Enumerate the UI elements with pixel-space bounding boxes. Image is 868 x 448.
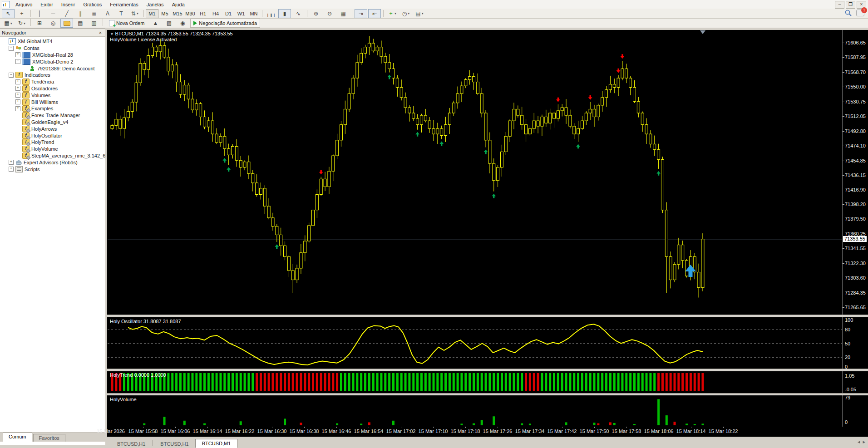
tree-item-osciladores[interactable]: +fOsciladores xyxy=(0,85,105,92)
nav-tab-comum[interactable]: Comum xyxy=(3,433,32,442)
market-watch-button[interactable]: ⊞ xyxy=(33,19,46,28)
line-chart-button[interactable]: ∿ xyxy=(292,9,305,18)
chart-shift-marker[interactable] xyxy=(700,30,705,34)
text-button[interactable]: A xyxy=(101,9,114,18)
nav-tab-favoritos[interactable]: Favoritos xyxy=(33,434,65,442)
equidistant-channel-button[interactable]: ∥ xyxy=(74,9,87,18)
notification-icon[interactable]: 1 xyxy=(856,10,864,16)
new-chart-button[interactable]: ▦▾ xyxy=(2,19,15,28)
expand-minus-icon[interactable]: − xyxy=(15,59,20,64)
timeframe-h4-button[interactable]: H4 xyxy=(209,9,222,18)
minimize-button[interactable]: – xyxy=(835,1,844,9)
tile-windows-button[interactable]: ▦ xyxy=(337,9,350,18)
main-chart-panel[interactable] xyxy=(107,30,868,315)
tree-item-examples[interactable]: +fExamples xyxy=(0,105,105,112)
templates-dropdown-icon[interactable]: ▾ xyxy=(422,11,424,15)
timeframe-h1-button[interactable]: H1 xyxy=(197,9,209,18)
menu-ajuda[interactable]: Ajuda xyxy=(168,1,189,8)
horizontal-line-button[interactable]: ─ xyxy=(47,9,59,18)
chart-tab-btcusd-m1[interactable]: BTCUSD,M1 xyxy=(195,439,238,448)
cursor-button[interactable]: ↖ xyxy=(2,9,15,18)
tree-item-bill-williams[interactable]: +fBill Williams xyxy=(0,98,105,105)
tab-scroll-right-icon[interactable]: ▸ xyxy=(863,439,865,445)
terminal-button[interactable]: ▤ xyxy=(74,19,87,28)
metaquotes-button[interactable]: ▨ xyxy=(163,19,175,28)
chart-title-collapse-icon[interactable]: ▼ xyxy=(110,32,115,36)
tree-item-contas[interactable]: −Contas xyxy=(0,45,105,52)
menu-inserir[interactable]: Inserir xyxy=(57,1,79,8)
expand-minus-icon[interactable]: − xyxy=(9,46,14,51)
autotrading-button[interactable]: Negociação Automatizada xyxy=(190,19,260,28)
chart-tab-btcusd-h1[interactable]: BTCUSD,H1 xyxy=(154,440,195,448)
panel-separator[interactable] xyxy=(107,315,868,317)
timeframe-w1-button[interactable]: W1 xyxy=(235,9,247,18)
arrows-tool-button[interactable]: ⇅▾ xyxy=(128,9,141,18)
menu-gráficos[interactable]: Gráficos xyxy=(79,1,106,8)
zoom-out-button[interactable]: ⊖ xyxy=(323,9,336,18)
tree-item-xmglobal-real-28[interactable]: +XMGlobal-Real 28 xyxy=(0,52,105,59)
candle-chart-button[interactable]: ▮ xyxy=(278,9,291,18)
menu-exibir[interactable]: Exibir xyxy=(36,1,57,8)
profiles-button[interactable]: ↻▾ xyxy=(15,19,28,28)
arrows-tool-dropdown-icon[interactable]: ▾ xyxy=(137,11,138,15)
menu-ferramentas[interactable]: Ferramentas xyxy=(106,1,142,8)
timeframe-m1-button[interactable]: M1 xyxy=(146,9,158,18)
chart-tab-btcusd-h1[interactable]: BTCUSD,H1 xyxy=(111,440,152,448)
expand-plus-icon[interactable]: + xyxy=(9,167,14,172)
expand-plus-icon[interactable]: + xyxy=(15,106,20,111)
profiles-dropdown-icon[interactable]: ▾ xyxy=(24,21,25,25)
tree-item-expert-advisors-rob-s[interactable]: +Expert Advisors (Robôs) xyxy=(0,159,105,166)
vertical-line-button[interactable]: │ xyxy=(33,9,46,18)
tab-scroll-left-icon[interactable]: ◂ xyxy=(858,439,860,445)
menu-janelas[interactable]: Janelas xyxy=(143,1,168,8)
tree-item-xm-global-mt4[interactable]: XM Global MT4 xyxy=(0,38,105,45)
new-order-button[interactable]: Nova Ordem xyxy=(106,19,148,28)
text-label-button[interactable]: T xyxy=(115,9,128,18)
panel-separator[interactable] xyxy=(107,393,868,395)
timeframe-m30-button[interactable]: M30 xyxy=(184,9,197,18)
tree-item-holytrend[interactable]: fHolyTrend xyxy=(0,139,105,146)
tree-item-79201389-demo-account[interactable]: 79201389: Demo Account xyxy=(0,65,105,72)
oscillator-panel[interactable] xyxy=(107,317,868,369)
navigator-toggle-button[interactable] xyxy=(60,19,73,28)
tree-item-volumes[interactable]: +fVolumes xyxy=(0,92,105,98)
indicators-dropdown-icon[interactable]: ▾ xyxy=(395,11,396,15)
bar-chart-button[interactable]: ╷╻╷ xyxy=(265,9,277,18)
expand-plus-icon[interactable]: + xyxy=(15,99,20,104)
navigator-close-icon[interactable]: × xyxy=(97,30,104,35)
expand-plus-icon[interactable]: + xyxy=(15,93,20,98)
timeframe-m5-button[interactable]: M5 xyxy=(158,9,171,18)
tree-item-xmglobal-demo-2[interactable]: −XMGlobal-Demo 2 xyxy=(0,58,105,65)
tree-item-indicadores[interactable]: −fIndicadores xyxy=(0,72,105,79)
tree-item-forex-trade-manager[interactable]: fForex-Trade-Manager xyxy=(0,112,105,119)
timeframe-m15-button[interactable]: M15 xyxy=(171,9,184,18)
tree-item-scripts[interactable]: +Scripts xyxy=(0,166,105,172)
tree-item-holyarrows[interactable]: fHolyArrows xyxy=(0,125,105,132)
expand-plus-icon[interactable]: + xyxy=(15,86,20,91)
metaeditor-button[interactable]: ▲ xyxy=(149,19,162,28)
strategy-tester-button[interactable]: ▥ xyxy=(88,19,100,28)
templates-button[interactable]: ▤▾ xyxy=(413,9,426,18)
trendline-button[interactable]: ╱ xyxy=(60,9,73,18)
restore-button[interactable]: ❐ xyxy=(846,1,855,9)
tree-item-stepma-averages-nmc-3-142-6-arrows[interactable]: fStepMA_averages_nmc_3.142_6_arrows xyxy=(0,153,105,159)
expand-plus-icon[interactable]: + xyxy=(15,79,20,84)
periods-dropdown-icon[interactable]: ▾ xyxy=(408,11,409,15)
volume-panel[interactable] xyxy=(107,395,868,427)
timeframe-d1-button[interactable]: D1 xyxy=(222,9,235,18)
trend-panel[interactable] xyxy=(107,371,868,393)
new-chart-dropdown-icon[interactable]: ▾ xyxy=(10,21,12,25)
tree-item-holyvolume[interactable]: fHolyVolume xyxy=(0,146,105,153)
news-button[interactable]: ◉ xyxy=(176,19,189,28)
chart-shift-button[interactable]: ⇤ xyxy=(368,9,381,18)
tree-item-tend-ncia[interactable]: +fTendência xyxy=(0,79,105,85)
timeframe-mn-button[interactable]: MN xyxy=(247,9,260,18)
menu-arquivo[interactable]: Arquivo xyxy=(11,1,36,8)
panel-separator[interactable] xyxy=(107,369,868,371)
expand-plus-icon[interactable]: + xyxy=(9,160,14,165)
expand-plus-icon[interactable]: + xyxy=(15,52,20,57)
tree-item-holyoscillator[interactable]: fHolyOscillator xyxy=(0,132,105,139)
tree-item-goldeneagle-v4[interactable]: fGoldenEagle_v4 xyxy=(0,119,105,126)
auto-scroll-button[interactable]: ⇥ xyxy=(355,9,367,18)
crosshair-button[interactable]: + xyxy=(15,9,28,18)
